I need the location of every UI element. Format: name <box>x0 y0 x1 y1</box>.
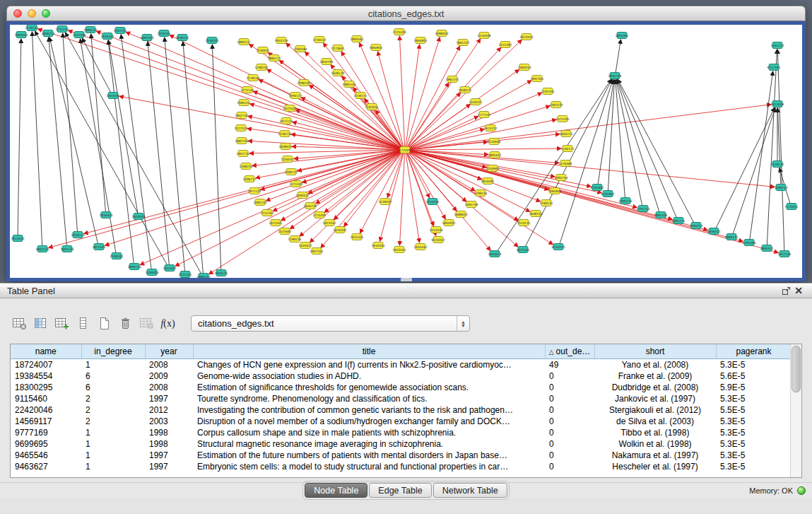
graph-edge[interactable] <box>183 42 204 273</box>
graph-node[interactable]: 1127512 <box>234 125 247 132</box>
graph-edge[interactable] <box>406 153 419 243</box>
graph-edge[interactable] <box>410 151 601 193</box>
table-row[interactable]: 1938455462009Genome-wide association stu… <box>11 370 792 382</box>
function-builder-icon[interactable]: f(x) <box>158 314 177 333</box>
graph-node[interactable]: 1769151 <box>539 200 553 206</box>
graph-edge[interactable] <box>81 39 116 252</box>
graph-node[interactable]: 1306717 <box>242 176 256 182</box>
graph-node[interactable]: 1721341 <box>289 181 302 187</box>
table-row[interactable]: 946362711997Embryonic stem cells: a mode… <box>11 461 792 472</box>
graph-node[interactable]: 1689653 <box>454 211 467 218</box>
graph-edge[interactable] <box>750 71 773 239</box>
graph-edge[interactable] <box>777 49 784 250</box>
graph-node[interactable]: 1697341 <box>530 76 543 82</box>
graph-node[interactable]: 1838021 <box>278 144 292 150</box>
graph-node[interactable]: 2273641 <box>331 45 344 52</box>
graph-node[interactable]: 1085949 <box>548 188 561 194</box>
graph-edge[interactable] <box>68 30 400 148</box>
graph-node[interactable]: 1936121 <box>175 35 189 41</box>
zoom-window-button[interactable] <box>42 9 50 18</box>
graph-edge[interactable] <box>49 37 98 243</box>
graph-edge[interactable] <box>209 152 401 274</box>
graph-edge[interactable] <box>616 40 620 72</box>
graph-node[interactable]: 1734512 <box>312 37 326 43</box>
graph-edge[interactable] <box>35 31 167 264</box>
graph-edge[interactable] <box>32 32 42 245</box>
graph-node[interactable]: 1896120 <box>83 27 97 33</box>
table-scrollbar[interactable] <box>790 344 801 477</box>
graph-node[interactable]: 1791213 <box>636 206 649 212</box>
column-header-pagerank[interactable]: pagerank <box>716 344 792 359</box>
graph-node[interactable]: 1789534 <box>473 190 487 197</box>
graph-node[interactable]: 1961371 <box>445 76 459 83</box>
graph-node[interactable]: 1675341 <box>269 220 282 226</box>
graph-node[interactable]: 1860122 <box>237 39 250 45</box>
graph-node[interactable]: 1495759 <box>464 201 478 208</box>
graph-node[interactable]: 1591213 <box>770 42 784 49</box>
graph-node[interactable]: 1604623 <box>488 251 501 257</box>
graph-node[interactable]: 1890216 <box>618 198 632 204</box>
graph-node[interactable]: 1524131 <box>517 220 530 226</box>
table-row[interactable]: 1872400712008Changes of HCN gene express… <box>11 359 792 371</box>
graph-edge[interactable] <box>407 46 459 146</box>
graph-edge[interactable] <box>408 47 501 147</box>
graph-edge[interactable] <box>399 36 404 146</box>
column-header-title[interactable]: title <box>193 344 545 359</box>
graph-edge[interactable] <box>777 108 780 184</box>
graph-node[interactable]: 1921341 <box>92 244 105 250</box>
graph-node[interactable]: 2616650 <box>99 212 112 218</box>
table-row[interactable]: 2242004622012Investigating the contribut… <box>11 404 792 416</box>
graph-node[interactable]: 1944794 <box>608 73 621 79</box>
column-header-name[interactable]: name <box>11 344 81 359</box>
graph-node[interactable]: 7485013 <box>517 64 531 71</box>
graph-node[interactable]: 2204961 <box>486 165 499 172</box>
graph-edge[interactable] <box>408 40 522 148</box>
graph-node[interactable]: 2260584 <box>293 46 307 52</box>
delete-table-icon[interactable] <box>116 314 135 333</box>
graph-edge[interactable] <box>410 148 561 150</box>
graph-node[interactable]: 1674212 <box>483 125 497 132</box>
graph-node[interactable]: 8791907 <box>590 185 604 191</box>
graph-node[interactable]: 2125439 <box>392 29 406 35</box>
graph-edge[interactable] <box>49 37 67 245</box>
graph-node[interactable]: 1164271 <box>560 146 574 152</box>
float-panel-icon[interactable] <box>779 284 792 297</box>
graph-node[interactable]: 1906131 <box>214 270 228 276</box>
graph-node[interactable]: 1795406 <box>742 240 755 246</box>
table-scrollbar-thumb[interactable] <box>792 346 801 392</box>
graph-node[interactable]: 1487533 <box>549 102 563 108</box>
graph-node[interactable]: 1893562 <box>350 36 363 42</box>
graph-edge[interactable] <box>18 39 21 235</box>
graph-node[interactable]: 1197434 <box>541 88 554 95</box>
graph-node[interactable]: 1977133 <box>247 188 261 194</box>
graph-node[interactable]: 1972151 <box>279 118 293 124</box>
add-column-icon[interactable] <box>52 314 71 333</box>
graph-node[interactable]: 2126101 <box>25 25 38 31</box>
graph-node[interactable]: 1221397 <box>498 42 512 48</box>
graph-node[interactable]: 1664951 <box>369 45 382 51</box>
column-header-year[interactable]: year <box>145 344 193 359</box>
graph-node[interactable]: 1890215 <box>196 274 210 279</box>
graph-node[interactable]: 1093412 <box>295 192 309 199</box>
graph-node[interactable]: 1752342 <box>260 210 273 216</box>
close-panel-icon[interactable]: ✕ <box>792 284 805 297</box>
graph-node[interactable]: 1696050 <box>435 30 448 37</box>
graph-node[interactable]: 1154469 <box>558 160 572 167</box>
graph-edge[interactable] <box>82 38 110 92</box>
table-row[interactable]: 1830029562008Estimation of significance … <box>11 382 792 393</box>
graph-node[interactable]: 1523467 <box>278 228 291 235</box>
graph-node[interactable]: 6791907 <box>601 191 614 197</box>
graph-node[interactable]: 1645231 <box>303 203 317 209</box>
graph-node[interactable]: 1687533 <box>235 138 248 144</box>
new-table-icon[interactable] <box>95 314 114 333</box>
graph-node[interactable]: 2053191 <box>106 93 119 99</box>
table-row[interactable]: 977716911998Corpus callosum shape and si… <box>11 427 792 438</box>
graph-node[interactable]: 1910726 <box>274 37 288 44</box>
graph-node[interactable]: 1725401 <box>312 212 326 218</box>
graph-node[interactable]: 1891406 <box>654 212 667 218</box>
graph-node[interactable]: 2052131 <box>113 28 126 34</box>
graph-node[interactable]: 1913452 <box>322 220 336 226</box>
graph-node[interactable]: 2603055 <box>131 214 145 220</box>
graph-node[interactable]: 1914345 <box>425 199 439 205</box>
graph-edge[interactable] <box>91 34 106 211</box>
